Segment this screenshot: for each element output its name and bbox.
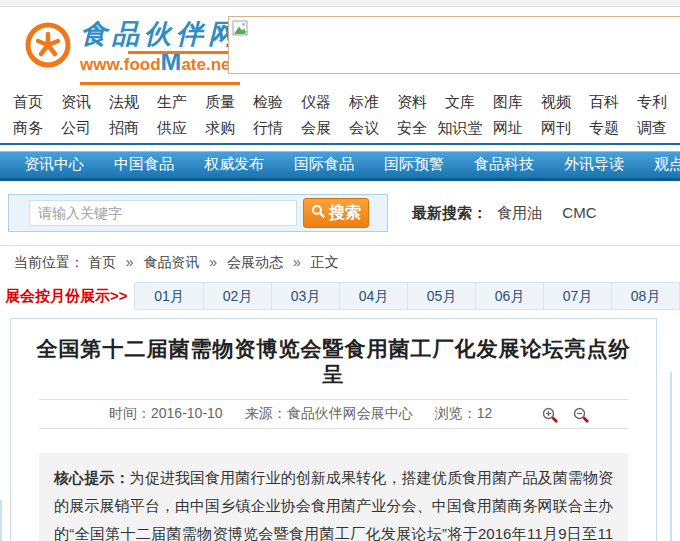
latest-searches: 最新搜索： 食用油 CMC [412,204,613,223]
menu-link[interactable]: 网刊 [541,119,571,137]
menu-link[interactable]: 法规 [109,93,139,111]
menu-link[interactable]: 商务 [13,119,43,137]
breadcrumb-home[interactable]: 首页 [88,254,116,270]
meta-time-value: 2016-10-10 [151,405,223,421]
menu-link[interactable]: 专题 [589,119,619,137]
menu-link[interactable]: 检验 [253,93,283,111]
article-summary: 核心提示：为促进我国食用菌行业的创新成果转化，搭建优质食用菌产品及菌需物资的展示… [39,453,628,541]
search-section: 搜索 最新搜索： 食用油 CMC [0,181,680,245]
zoom-in-icon[interactable] [542,407,559,424]
menu-link[interactable]: 专利 [637,93,667,111]
menu-link[interactable]: 生产 [157,93,187,111]
breadcrumb-separator: » [126,254,134,270]
breadcrumb-current: 正文 [311,254,339,270]
breadcrumb: 当前位置： 首页 » 食品资讯 » 会展动态 » 正文 [0,245,680,277]
banner-ad-placeholder[interactable] [228,16,680,74]
menu-link[interactable]: 视频 [541,93,571,111]
nav-item-opinion[interactable]: 观点评论 [654,155,680,174]
nav-item-china-food[interactable]: 中国食品 [114,155,174,174]
main-navbar: 资讯中心 中国食品 权威发布 国际食品 国际预警 食品科技 外讯导读 观点评论 … [0,151,680,181]
article-title: 全国第十二届菌需物资博览会暨食用菌工厂化发展论坛亮点纷呈 [11,319,656,399]
menu-link[interactable]: 资料 [397,93,427,111]
article-meta: 时间：2016-10-10 来源：食品伙伴网会展中心 浏览：12 [39,399,628,429]
broken-image-icon [232,20,249,41]
article-panel: 全国第十二届菌需物资博览会暨食用菌工厂化发展论坛亮点纷呈 时间：2016-10-… [10,318,657,541]
font-size-controls [542,407,590,424]
latest-term[interactable]: CMC [562,204,596,221]
site-name: 食品伙伴网 [80,19,240,49]
search-icon [311,204,326,223]
summary-text: 为促进我国食用菌行业的创新成果转化，搭建优质食用菌产品及菌需物资的展示展销平台，… [54,469,613,541]
meta-views-label: 浏览： [435,405,477,421]
menu-link[interactable]: 资讯 [61,93,91,111]
menu-link[interactable]: 质量 [205,93,235,111]
menu-link[interactable]: 知识堂 [438,119,483,137]
latest-term[interactable]: 食用油 [497,204,542,221]
menu-link[interactable]: 网址 [493,119,523,137]
top-strip [0,0,680,7]
menu-link[interactable]: 求购 [205,119,235,137]
month-tab[interactable]: 05月 [407,283,475,309]
month-tab[interactable]: 04月 [339,283,407,309]
meta-source-label: 来源： [245,405,287,421]
nav-item-news-center[interactable]: 资讯中心 [24,155,84,174]
months-bar: 展会按月份展示>> 01月 02月 03月 04月 05月 06月 07月 08… [0,277,680,318]
months-cells: 01月 02月 03月 04月 05月 06月 07月 08月 [134,282,680,310]
brand-flower-icon [24,21,72,69]
meta-views-value: 12 [477,405,493,421]
logo-text: 食品伙伴网 www.foodMate.net [80,19,240,85]
breadcrumb-separator: » [293,254,301,270]
breadcrumb-expo-news[interactable]: 会展动态 [227,254,283,270]
menu-link[interactable]: 会展 [301,119,331,137]
nav-item-foreign-digest[interactable]: 外讯导读 [564,155,624,174]
menu-link[interactable]: 图库 [493,93,523,111]
breadcrumb-label: 当前位置： [14,254,84,270]
month-tab[interactable]: 01月 [135,283,203,309]
site-url: www.foodMate.net [80,49,240,77]
menu-link[interactable]: 安全 [397,119,427,137]
menu-link[interactable]: 会议 [349,119,379,137]
summary-label: 核心提示： [54,469,130,486]
top-menu: 首页商务 资讯公司 法规招商 生产供应 质量求购 检验行情 仪器会展 标准会议 … [0,87,680,145]
menu-link[interactable]: 文库 [445,93,475,111]
menu-link[interactable]: 调查 [637,119,667,137]
site-header: 食品伙伴网 www.foodMate.net [0,7,680,87]
latest-searches-label: 最新搜索： [412,204,487,221]
month-tab[interactable]: 02月 [203,283,271,309]
month-tab[interactable]: 07月 [543,283,611,309]
nav-item-intl-warning[interactable]: 国际预警 [384,155,444,174]
nav-item-authority-release[interactable]: 权威发布 [204,155,264,174]
menu-link[interactable]: 首页 [13,93,43,111]
month-tab[interactable]: 03月 [271,283,339,309]
search-button[interactable]: 搜索 [303,198,369,228]
month-tab[interactable]: 08月 [611,283,679,309]
menu-link[interactable]: 行情 [253,119,283,137]
month-tab[interactable]: 06月 [475,283,543,309]
nav-item-intl-food[interactable]: 国际食品 [294,155,354,174]
zoom-out-icon[interactable] [573,407,590,424]
breadcrumb-food-news[interactable]: 食品资讯 [143,254,199,270]
site-logo[interactable]: 食品伙伴网 www.foodMate.net [24,19,240,85]
meta-time-label: 时间： [109,405,151,421]
menu-link[interactable]: 百科 [589,93,619,111]
search-button-label: 搜索 [329,203,361,224]
search-input[interactable] [29,200,297,226]
page-left-border [0,500,2,541]
search-box: 搜索 [8,194,388,232]
menu-link[interactable]: 公司 [61,119,91,137]
menu-link[interactable]: 供应 [157,119,187,137]
menu-link[interactable]: 标准 [349,93,379,111]
nav-item-food-tech[interactable]: 食品科技 [474,155,534,174]
page: 食品伙伴网 www.foodMate.net 首页商务 资讯公司 法规招商 生产… [0,0,680,541]
breadcrumb-separator: » [209,254,217,270]
menu-link[interactable]: 仪器 [301,93,331,111]
meta-source-value: 食品伙伴网会展中心 [287,405,413,421]
page-right-border [670,372,672,541]
months-bar-label[interactable]: 展会按月份展示>> [0,287,134,306]
menu-link[interactable]: 招商 [109,119,139,137]
